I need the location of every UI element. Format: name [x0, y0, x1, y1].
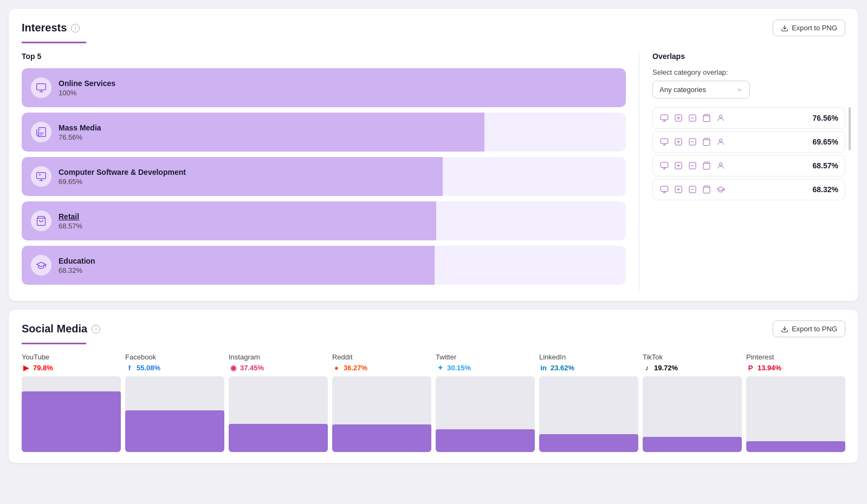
overlap-pct-1: 69.65% — [813, 138, 838, 146]
bar-text-education: Education68.32% — [59, 257, 95, 274]
svg-rect-26 — [661, 162, 668, 167]
social-pct-row-2: ◉37.45% — [229, 363, 328, 372]
bar-pct-computer-software: 69.65% — [59, 178, 186, 186]
overlap-icon-1-1 — [674, 137, 683, 147]
bar-text-mass-media: Mass Media76.56% — [59, 123, 101, 141]
overlap-icon-3-0 — [659, 185, 669, 194]
social-bar-container-0 — [22, 376, 121, 452]
interests-body: Top 5 Online Services100%Mass Media76.56… — [22, 52, 845, 290]
social-bar-container-3 — [332, 376, 431, 452]
social-platform-name-3: Reddit — [332, 353, 431, 361]
social-platform-name-5: LinkedIn — [539, 353, 638, 361]
social-bar-container-4 — [436, 376, 535, 452]
social-pct-row-0: ▶79.8% — [22, 363, 121, 372]
social-bar-fill-0 — [22, 391, 121, 452]
overlap-icon-1-0 — [659, 137, 669, 147]
social-pct-row-3: ●36.27% — [332, 363, 431, 372]
social-platform-name-4: Twitter — [436, 353, 535, 361]
overlap-rows: 76.56%69.65%68.57%68.32% — [652, 107, 845, 200]
social-export-label: Export to PNG — [792, 325, 837, 333]
social-pct-row-5: in23.62% — [539, 363, 638, 372]
overlap-icon-3-4 — [716, 185, 726, 194]
svg-rect-17 — [661, 139, 668, 143]
bar-row-retail: Retail68.57% — [22, 201, 626, 240]
export-icon — [781, 24, 788, 32]
social-pct-row-1: f55.08% — [125, 363, 224, 372]
overlap-pct-0: 76.56% — [813, 114, 838, 122]
bar-content-retail: Retail68.57% — [22, 210, 626, 232]
social-pct-row-4: ✦30.15% — [436, 363, 535, 372]
social-pct-5: 23.62% — [551, 364, 574, 372]
overlap-icon-2-2 — [688, 161, 697, 171]
social-media-info-icon[interactable]: i — [92, 325, 100, 333]
overlap-icons-1 — [659, 137, 726, 147]
bar-label-retail[interactable]: Retail — [59, 212, 82, 221]
social-pct-7: 13.94% — [758, 364, 781, 372]
overlap-icon-3-1 — [674, 185, 683, 194]
svg-point-16 — [719, 115, 722, 118]
social-pct-6: 19.72% — [654, 364, 678, 372]
bar-pct-retail: 68.57% — [59, 222, 82, 230]
svg-rect-4 — [37, 173, 46, 179]
social-media-export-button[interactable]: Export to PNG — [773, 320, 845, 337]
overlap-icons-2 — [659, 161, 726, 171]
overlap-icon-1-4 — [716, 137, 726, 147]
svg-point-34 — [719, 163, 722, 166]
social-media-section: Social Media i Export to PNG YouTube▶79.… — [9, 310, 858, 463]
social-platform-icon-6: ♪ — [643, 363, 651, 372]
interests-title: Interests — [22, 22, 67, 34]
bar-content-education: Education68.32% — [22, 254, 626, 276]
social-platform-icon-7: P — [746, 363, 755, 372]
social-bar-fill-5 — [539, 434, 638, 452]
social-platform-icon-5: in — [539, 363, 548, 372]
social-bar-fill-1 — [125, 410, 224, 452]
overlap-pct-3: 68.32% — [813, 185, 838, 194]
overlaps-title: Overlaps — [652, 52, 845, 61]
social-bar-container-6 — [643, 376, 742, 452]
overlap-icon-0-1 — [674, 113, 683, 123]
interests-header: Interests i Export to PNG — [22, 19, 845, 43]
social-bar-fill-7 — [746, 441, 845, 452]
bar-text-retail: Retail68.57% — [59, 212, 82, 230]
interests-export-button[interactable]: Export to PNG — [773, 19, 845, 36]
social-col-youtube: YouTube▶79.8% — [22, 353, 121, 452]
social-pct-row-6: ♪19.72% — [643, 363, 742, 372]
overlap-select-label: Select category overlap: — [652, 68, 845, 76]
social-platform-name-0: YouTube — [22, 353, 121, 361]
bar-icon-education — [30, 254, 52, 276]
chevron-down-icon — [736, 87, 743, 93]
overlap-icon-2-0 — [659, 161, 669, 171]
svg-rect-8 — [661, 115, 668, 120]
scrollbar[interactable] — [849, 107, 851, 150]
bar-pct-education: 68.32% — [59, 266, 95, 274]
overlap-dropdown-value: Any categories — [659, 86, 706, 94]
bar-label-computer-software: Computer Software & Development — [59, 168, 186, 176]
social-platform-icon-1: f — [125, 363, 134, 372]
bar-pct-mass-media: 76.56% — [59, 133, 101, 141]
overlap-category-dropdown[interactable]: Any categories — [652, 81, 750, 99]
social-col-pinterest: PinterestP13.94% — [746, 353, 845, 452]
overlap-icons-0 — [659, 113, 726, 123]
social-bar-container-2 — [229, 376, 328, 452]
overlap-icon-2-1 — [674, 161, 683, 171]
bar-icon-computer-software — [30, 166, 52, 187]
social-media-title: Social Media — [22, 323, 87, 335]
overlap-row-1: 69.65% — [652, 131, 845, 153]
overlap-icon-2-3 — [702, 161, 711, 171]
top5-panel: Top 5 Online Services100%Mass Media76.56… — [22, 52, 639, 290]
svg-point-25 — [719, 139, 722, 142]
social-col-twitter: Twitter✦30.15% — [436, 353, 535, 452]
overlap-row-2: 68.57% — [652, 155, 845, 176]
interests-info-icon[interactable]: i — [71, 24, 80, 32]
bar-content-mass-media: Mass Media76.56% — [22, 121, 626, 143]
social-col-reddit: Reddit●36.27% — [332, 353, 431, 452]
social-bar-container-1 — [125, 376, 224, 452]
overlap-icon-3-3 — [702, 185, 711, 194]
social-col-facebook: Facebookf55.08% — [125, 353, 224, 452]
social-col-tiktok: TikTok♪19.72% — [643, 353, 742, 452]
social-platform-name-6: TikTok — [643, 353, 742, 361]
top5-subtitle: Top 5 — [22, 52, 626, 61]
bar-row-education: Education68.32% — [22, 246, 626, 285]
social-bar-fill-6 — [643, 437, 742, 452]
social-bar-container-5 — [539, 376, 638, 452]
